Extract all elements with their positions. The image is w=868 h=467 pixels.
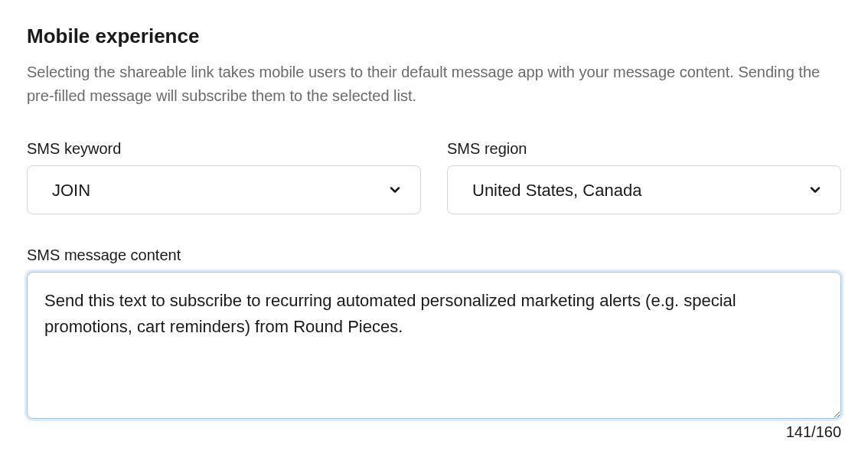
sms-keyword-select[interactable]: JOIN bbox=[27, 165, 421, 214]
sms-keyword-group: SMS keyword JOIN bbox=[27, 140, 421, 214]
sms-region-select[interactable]: United States, Canada bbox=[447, 165, 841, 214]
section-description: Selecting the shareable link takes mobil… bbox=[27, 60, 830, 108]
sms-content-label: SMS message content bbox=[27, 247, 841, 264]
sms-region-group: SMS region United States, Canada bbox=[447, 140, 841, 214]
char-counter: 141/160 bbox=[786, 423, 841, 441]
sms-content-group: SMS message content 141/160 bbox=[27, 247, 841, 441]
sms-keyword-select-wrapper: JOIN bbox=[27, 165, 421, 214]
sms-region-label: SMS region bbox=[447, 140, 841, 158]
sms-content-textarea[interactable] bbox=[27, 272, 841, 419]
section-title: Mobile experience bbox=[27, 24, 841, 48]
select-row: SMS keyword JOIN SMS region United State… bbox=[27, 140, 841, 214]
sms-region-select-wrapper: United States, Canada bbox=[447, 165, 841, 214]
sms-keyword-label: SMS keyword bbox=[27, 140, 421, 158]
